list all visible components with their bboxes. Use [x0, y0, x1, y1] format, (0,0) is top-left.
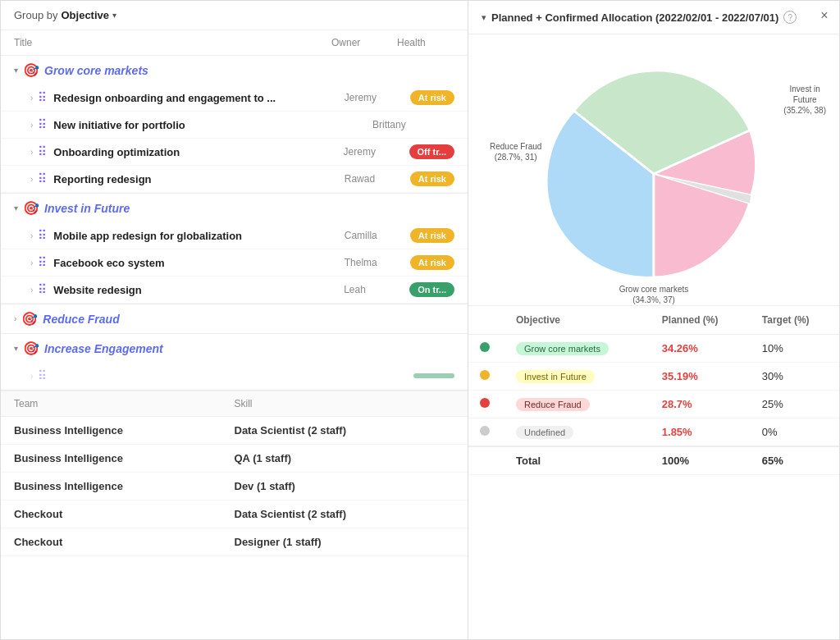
bottom-row: Business Intelligence QA (1 staff): [1, 445, 468, 473]
task-expand-icon[interactable]: ›: [30, 286, 33, 295]
task-row: › ⠿ Website redesign Leah On tr...: [1, 277, 468, 304]
data-table-header-row: Objective Planned (%) Target (%): [468, 306, 839, 335]
status-dot-yellow: [480, 370, 490, 380]
objective-header-engagement[interactable]: ▾ 🎯 Increase Engagement: [1, 334, 468, 363]
task-expand-icon[interactable]: ›: [30, 121, 33, 130]
skill-name: Data Scientist (2 staff): [235, 508, 455, 520]
task-row: › ⠿ New initiative for portfolio Brittan…: [1, 112, 468, 139]
task-icon: ⠿: [38, 117, 47, 132]
table-row: Grow core markets 34.26% 10%: [468, 335, 839, 363]
skill-name: Designer (1 staff): [235, 536, 455, 548]
obj-tag: Undefined: [516, 426, 573, 439]
chart-area: Reduce Fraud(28.7%, 31) Invest inFuture(…: [468, 34, 839, 305]
planned-value: 1.85%: [662, 426, 692, 438]
task-icon: ⠿: [38, 144, 47, 159]
objective-header-grow[interactable]: ▾ 🎯 Grow core markets: [1, 56, 468, 85]
task-title: Mobile app redesign for globalization: [53, 230, 344, 242]
task-owner: Thelma: [345, 257, 410, 268]
obj-tag: Grow core markets: [516, 342, 609, 355]
total-label: Total: [504, 446, 651, 475]
target-cell: 10%: [751, 335, 839, 363]
dot-cell: [468, 335, 504, 363]
status-badge: At risk: [410, 255, 454, 270]
group-by-chevron[interactable]: ▾: [112, 11, 116, 20]
objective-icon-engagement: 🎯: [23, 341, 39, 356]
objective-group-grow: ▾ 🎯 Grow core markets › ⠿ Redesign onboa…: [1, 56, 468, 193]
right-header-chevron[interactable]: ▾: [482, 12, 486, 23]
team-name: Business Intelligence: [14, 452, 235, 464]
planned-value: 28.7%: [662, 398, 692, 410]
pie-label-invest-future: Invest inFuture(35.2%, 38): [783, 84, 826, 116]
objective-group-invest: ▾ 🎯 Invest in Future › ⠿ Mobile app rede…: [1, 193, 468, 304]
task-expand-icon[interactable]: ›: [30, 372, 33, 381]
target-cell: 30%: [751, 363, 839, 391]
task-title: Onboarding optimization: [53, 146, 343, 158]
objective-header-reduce[interactable]: › 🎯 Reduce Fraud: [1, 304, 468, 333]
right-panel: ▾ Planned + Confirmed Allocation (2022/0…: [468, 1, 839, 639]
target-cell: 25%: [751, 391, 839, 418]
obj-tag: Invest in Future: [516, 370, 595, 383]
pie-chart-svg: [539, 59, 769, 289]
planned-cell: 35.19%: [651, 363, 751, 391]
task-icon: ⠿: [38, 255, 47, 270]
task-owner: Leah: [344, 284, 409, 295]
col-owner-header: Owner: [331, 37, 397, 48]
bottom-row: Business Intelligence Dev (1 staff): [1, 473, 468, 501]
task-expand-icon[interactable]: ›: [30, 175, 33, 184]
task-title: Redesign onboarding and engagement to ..…: [53, 92, 344, 104]
task-expand-icon[interactable]: ›: [30, 258, 33, 267]
bottom-row: Checkout Designer (1 staff): [1, 528, 468, 556]
status-dot-green: [480, 342, 490, 352]
bottom-table: Team Skill Business Intelligence Data Sc…: [1, 390, 468, 639]
col-objective-header: Objective: [504, 306, 651, 335]
task-owner: Brittany: [372, 119, 438, 130]
task-owner: Jeremy: [344, 146, 409, 158]
data-table: Objective Planned (%) Target (%) Grow co…: [468, 305, 839, 639]
total-planned: 100%: [651, 446, 751, 475]
task-expand-icon[interactable]: ›: [30, 231, 33, 240]
objective-icon-grow: 🎯: [23, 62, 39, 78]
task-expand-icon[interactable]: ›: [30, 148, 33, 157]
skill-name: Data Scientist (2 staff): [235, 424, 455, 437]
status-dot-red: [480, 398, 490, 408]
right-panel-header: ▾ Planned + Confirmed Allocation (2022/0…: [468, 1, 839, 34]
task-owner: Camilla: [345, 230, 410, 241]
bottom-row: Business Intelligence Data Scientist (2 …: [1, 417, 468, 445]
col-title-header: Title: [14, 37, 331, 48]
total-label-spacer: [468, 446, 504, 475]
skill-name: QA (1 staff): [235, 452, 455, 464]
task-row: › ⠿ Facebook eco system Thelma At risk: [1, 249, 468, 277]
task-row: › ⠿ Redesign onboarding and engagement t…: [1, 85, 468, 112]
status-badge: On tr...: [409, 282, 454, 297]
obj-cell: Undefined: [504, 418, 651, 447]
planned-value: 35.19%: [662, 370, 698, 382]
table-row: Undefined 1.85% 0%: [468, 418, 839, 447]
group-by-value: Objective: [61, 9, 109, 21]
task-owner: Rawad: [345, 173, 410, 185]
top-table: Title Owner Health ▾ 🎯 Grow core markets…: [1, 30, 468, 390]
task-row: › ⠿ Onboarding optimization Jeremy Off t…: [1, 139, 468, 166]
col-health-header: Health: [397, 37, 454, 48]
dot-cell: [468, 418, 504, 447]
help-icon[interactable]: ?: [783, 11, 797, 24]
team-name: Business Intelligence: [14, 480, 235, 492]
task-title: Website redesign: [53, 284, 344, 296]
table-row: Reduce Fraud 28.7% 25%: [468, 391, 839, 418]
skill-name: Dev (1 staff): [235, 480, 455, 492]
objective-title-grow: Grow core markets: [44, 64, 148, 77]
total-target: 65%: [751, 446, 839, 475]
task-title: New initiative for portfolio: [53, 119, 372, 131]
status-badge: [438, 122, 454, 127]
pie-label-reduce-fraud: Reduce Fraud(28.7%, 31): [490, 141, 541, 162]
task-expand-icon[interactable]: ›: [30, 94, 33, 103]
col-team-header: Team: [14, 398, 235, 409]
objective-title-invest: Invest in Future: [44, 202, 130, 215]
status-badge: At risk: [410, 171, 454, 186]
objective-header-invest[interactable]: ▾ 🎯 Invest in Future: [1, 194, 468, 222]
objective-title-reduce: Reduce Fraud: [43, 313, 119, 326]
task-row: › ⠿: [1, 363, 468, 390]
status-dot-gray: [480, 426, 490, 436]
left-panel: Group by Objective ▾ Title Owner Health …: [1, 1, 468, 639]
objective-chevron-grow: ▾: [14, 66, 18, 75]
close-button[interactable]: ×: [816, 7, 833, 24]
